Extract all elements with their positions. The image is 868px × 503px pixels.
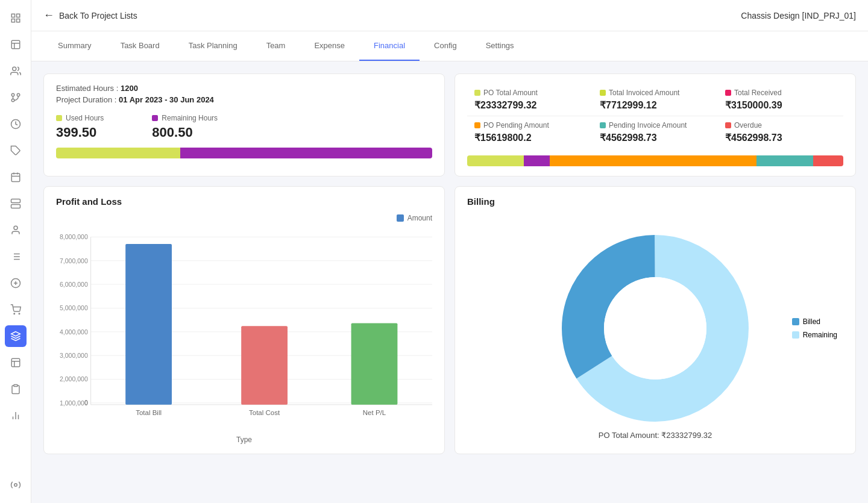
total-received: Total Received ₹3150000.39 <box>718 84 843 116</box>
back-label: Back To Project Lists <box>59 11 137 20</box>
sidebar-icon-clock[interactable] <box>5 113 27 135</box>
svg-point-5 <box>12 67 16 70</box>
sidebar-icon-calendar[interactable] <box>5 166 27 188</box>
sidebar-icon-bar-chart[interactable] <box>5 405 27 426</box>
tab-config[interactable]: Config <box>420 31 471 61</box>
x-axis-label: Type <box>56 436 432 444</box>
page-content: Estimated Hours : 1200 Project Duration … <box>31 61 868 503</box>
received-dot <box>725 90 731 96</box>
bar-net-pl <box>351 323 398 404</box>
sidebar-icon-settings[interactable] <box>5 474 27 496</box>
po-total-value: ₹23332799.32 <box>474 99 585 111</box>
bar-chart-svg: 8,000,000 7,000,000 6,000,000 5,000,000 … <box>56 227 432 432</box>
sidebar-icon-cart[interactable] <box>5 299 27 320</box>
fp-purple <box>524 155 550 166</box>
legend-remaining: Remaining <box>792 331 837 339</box>
used-hours-value: 399.50 <box>56 125 104 140</box>
po-total: PO Total Amount ₹23332799.32 <box>467 84 593 116</box>
sidebar-icon-layout[interactable] <box>5 352 27 373</box>
estimated-hours: Estimated Hours : 1200 <box>56 84 432 93</box>
invoiced-dot <box>600 90 606 96</box>
tab-team[interactable]: Team <box>252 31 300 61</box>
overdue-label: Overdue <box>734 121 762 130</box>
charts-row: Profit and Loss Amount <box>43 186 856 454</box>
sidebar-icon-users[interactable] <box>5 60 27 82</box>
pending-inv-value: ₹4562998.73 <box>600 132 711 143</box>
stats-row: Estimated Hours : 1200 Project Duration … <box>43 73 856 177</box>
svg-rect-1 <box>16 14 19 17</box>
tab-summary[interactable]: Summary <box>43 31 106 61</box>
svg-text:4,000,000: 4,000,000 <box>60 328 88 336</box>
svg-point-37 <box>14 484 17 487</box>
sidebar-icon-list[interactable] <box>5 246 27 267</box>
remaining-hours-value: 800.50 <box>152 125 218 140</box>
fp-red <box>813 155 843 166</box>
pending-dot <box>474 122 480 128</box>
svg-text:Total Bill: Total Bill <box>136 409 162 416</box>
sidebar-icon-chart[interactable] <box>5 34 27 55</box>
svg-text:6,000,000: 6,000,000 <box>60 281 88 288</box>
billing-title: Billing <box>467 196 843 207</box>
sidebar-icon-project[interactable] <box>5 325 27 347</box>
used-progress <box>56 148 180 158</box>
svg-rect-3 <box>16 19 19 22</box>
svg-point-8 <box>17 93 20 96</box>
po-pending: PO Pending Amount ₹15619800.2 <box>467 116 593 148</box>
used-dot <box>56 115 62 121</box>
invoiced-label: Total Invoiced Amount <box>609 89 679 97</box>
sidebar-icon-clipboard[interactable] <box>5 378 27 400</box>
tab-task-planning[interactable]: Task Planning <box>174 31 252 61</box>
donut-legend: Billed Remaining <box>792 317 837 339</box>
pending-inv-dot <box>600 122 606 128</box>
legend-billed: Billed <box>792 317 837 326</box>
svg-point-19 <box>14 226 17 230</box>
financial-grid: PO Total Amount ₹23332799.32 Total Invoi… <box>467 84 843 148</box>
back-arrow-icon: ← <box>43 9 54 22</box>
received-value: ₹3150000.39 <box>725 99 836 111</box>
svg-text:3,000,000: 3,000,000 <box>60 352 88 359</box>
svg-text:8,000,000: 8,000,000 <box>60 233 88 240</box>
profit-loss-card: Profit and Loss Amount <box>43 186 445 454</box>
financial-card: PO Total Amount ₹23332799.32 Total Invoi… <box>454 73 856 177</box>
svg-point-7 <box>11 99 14 102</box>
remaining-dot <box>152 115 158 121</box>
sidebar-icon-fork[interactable] <box>5 87 27 108</box>
sidebar-icon-dollar[interactable] <box>5 272 27 294</box>
remaining-legend-label: Remaining <box>803 331 837 339</box>
tab-settings[interactable]: Settings <box>471 31 529 61</box>
estimated-label: Estimated Hours : <box>56 84 118 93</box>
svg-rect-16 <box>11 205 20 208</box>
bar-legend: Amount <box>56 214 432 222</box>
donut-wrapper: Billed Remaining <box>467 214 843 443</box>
nav-tabs: Summary Task Board Task Planning Team Ex… <box>31 31 868 61</box>
svg-marker-31 <box>11 332 20 337</box>
tab-task-board[interactable]: Task Board <box>106 31 174 61</box>
svg-rect-32 <box>11 358 20 367</box>
remaining-progress <box>180 148 432 158</box>
sidebar-icon-grid[interactable] <box>5 7 27 29</box>
svg-text:Net P/L: Net P/L <box>363 409 386 416</box>
pending-invoice: Pending Invoice Amount ₹4562998.73 <box>593 116 718 148</box>
bar-legend-box <box>397 214 404 222</box>
sidebar-icon-tag[interactable] <box>5 140 27 161</box>
po-total-label: PO Total Amount <box>483 89 538 97</box>
back-button[interactable]: ← Back To Project Lists <box>43 9 137 22</box>
tab-financial[interactable]: Financial <box>359 31 420 61</box>
po-dot <box>474 90 480 96</box>
hours-card: Estimated Hours : 1200 Project Duration … <box>43 73 445 177</box>
fp-orange <box>550 155 756 166</box>
svg-point-29 <box>14 313 15 314</box>
svg-rect-33 <box>14 385 17 387</box>
sidebar-icon-person[interactable] <box>5 219 27 241</box>
svg-rect-15 <box>11 199 20 203</box>
tab-expense[interactable]: Expense <box>300 31 359 61</box>
billing-card: Billing <box>454 186 856 454</box>
pending-label: PO Pending Amount <box>483 121 549 130</box>
svg-rect-0 <box>11 14 14 17</box>
svg-text:0: 0 <box>84 399 88 406</box>
bar-legend-label: Amount <box>407 214 432 222</box>
svg-text:1,000,000: 1,000,000 <box>60 399 88 407</box>
hours-progress-bar <box>56 148 432 158</box>
remaining-hours-item: Remaining Hours 800.50 <box>152 114 218 140</box>
sidebar-icon-server[interactable] <box>5 193 27 214</box>
